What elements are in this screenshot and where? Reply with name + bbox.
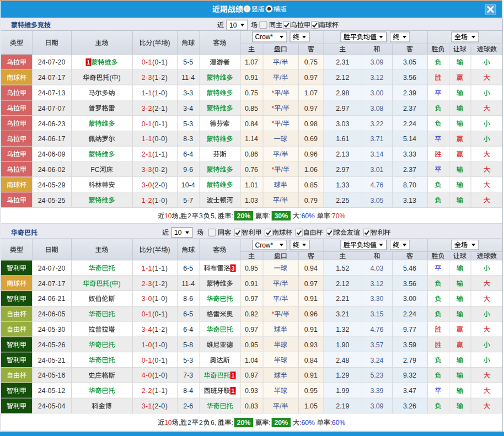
svg-text:0.95: 0.95: [245, 265, 258, 272]
svg-text:/: /: [280, 402, 282, 410]
svg-text::: :: [269, 419, 270, 427]
svg-text::: :: [269, 212, 270, 220]
svg-text:3.01: 3.01: [370, 166, 383, 174]
svg-text:6-5: 6-5: [183, 310, 193, 318]
svg-text:/: /: [281, 120, 283, 127]
svg-text:24-05-04: 24-05-04: [38, 402, 66, 410]
svg-text:(1-1): (1-1): [152, 387, 168, 395]
svg-text:/: /: [280, 196, 282, 204]
svg-text:(2-0): (2-0): [152, 402, 168, 410]
svg-text:2.24: 2.24: [403, 120, 416, 128]
svg-text:0.92: 0.92: [245, 310, 258, 318]
svg-text:20%: 20%: [237, 419, 250, 427]
svg-text:24-07-07: 24-07-07: [38, 105, 66, 112]
svg-text:30%: 30%: [274, 212, 288, 220]
svg-text:0.97: 0.97: [245, 295, 258, 303]
svg-text:6-4: 6-4: [183, 326, 193, 333]
svg-text:,: ,: [179, 419, 180, 427]
svg-text:0.79: 0.79: [304, 197, 318, 204]
svg-text:0-1: 0-1: [142, 120, 152, 128]
svg-text:24-07-13: 24-07-13: [38, 89, 66, 97]
svg-text:6-4: 6-4: [183, 150, 193, 158]
svg-text:2.37: 2.37: [403, 105, 416, 112]
svg-text:10: 10: [164, 419, 172, 427]
svg-text:0.91: 0.91: [304, 295, 318, 303]
svg-text:2: 2: [199, 419, 203, 427]
svg-text:2.48: 2.48: [336, 357, 349, 364]
svg-text:5-3: 5-3: [183, 120, 193, 128]
svg-text:6,: 6,: [211, 419, 216, 427]
svg-text:0.75: 0.75: [304, 58, 318, 66]
svg-text:24-06-21: 24-06-21: [38, 295, 66, 303]
svg-text:(1-2): (1-2): [152, 74, 168, 82]
svg-text:0.84: 0.84: [245, 120, 258, 128]
svg-text:3.33: 3.33: [403, 150, 416, 158]
svg-text:0.97: 0.97: [304, 105, 318, 112]
svg-text:3.13: 3.13: [403, 197, 416, 204]
svg-text:3.71: 3.71: [370, 135, 383, 143]
svg-text:0.93: 0.93: [304, 341, 318, 349]
svg-text:3-4: 3-4: [142, 326, 152, 333]
svg-text:3.57: 3.57: [370, 341, 383, 349]
svg-text:3.22: 3.22: [370, 120, 383, 128]
svg-text:(1-0): (1-0): [152, 295, 168, 303]
svg-text:6-5: 6-5: [183, 265, 193, 272]
svg-text:1-2: 1-2: [142, 197, 152, 204]
svg-text:8-4: 8-4: [183, 387, 193, 395]
svg-text:3.21: 3.21: [336, 310, 349, 318]
svg-text:24-07-20: 24-07-20: [38, 265, 66, 272]
svg-text:0.95: 0.95: [304, 387, 318, 395]
svg-text:1.07: 1.07: [245, 58, 258, 66]
svg-text:*: *: [272, 310, 275, 318]
svg-text:2.12: 2.12: [336, 280, 349, 288]
svg-text:8-6: 8-6: [183, 295, 193, 303]
svg-text:3-4: 3-4: [183, 105, 193, 112]
svg-text:3.30: 3.30: [370, 295, 383, 303]
svg-text:1-1: 1-1: [142, 265, 152, 272]
svg-text:1.99: 1.99: [336, 387, 349, 395]
svg-text:3.15: 3.15: [370, 310, 383, 318]
svg-text:*: *: [272, 120, 275, 127]
svg-text:1-1: 1-1: [142, 89, 152, 97]
svg-text:10: 10: [164, 212, 172, 220]
svg-text:24-07-17: 24-07-17: [38, 74, 66, 82]
svg-text:/: /: [280, 74, 282, 82]
svg-text:3.47: 3.47: [403, 387, 416, 395]
svg-text:2: 2: [187, 419, 191, 427]
svg-text:11-4: 11-4: [181, 280, 195, 288]
svg-text:1.61: 1.61: [336, 135, 349, 143]
svg-text:4.76: 4.76: [370, 326, 383, 333]
svg-text:1.33: 1.33: [336, 181, 349, 189]
svg-text:24-06-09: 24-06-09: [38, 150, 66, 158]
svg-text:0.97: 0.97: [304, 74, 318, 82]
svg-text:2.19: 2.19: [336, 402, 349, 410]
svg-text:2-2: 2-2: [142, 387, 152, 395]
svg-text:9-6: 9-6: [183, 166, 193, 174]
svg-text:5-7: 5-7: [183, 197, 193, 204]
svg-text:2.12: 2.12: [336, 74, 349, 82]
svg-text:1: 1: [232, 387, 235, 394]
svg-text:24-06-23: 24-06-23: [38, 120, 66, 128]
svg-text:2-3: 2-3: [142, 280, 152, 288]
svg-text:(1-2): (1-2): [152, 326, 168, 333]
svg-text:0.97: 0.97: [245, 326, 258, 333]
svg-text:0.96: 0.96: [304, 150, 318, 158]
svg-text:24-07-20: 24-07-20: [38, 58, 66, 66]
svg-text:2.79: 2.79: [403, 357, 416, 364]
svg-text:3.39: 3.39: [370, 387, 383, 395]
svg-text:*: *: [272, 105, 275, 112]
svg-text:8-3: 8-3: [183, 135, 193, 143]
svg-text:0-1: 0-1: [142, 58, 152, 66]
svg-text:2.13: 2.13: [336, 150, 349, 158]
svg-text:10: 10: [229, 21, 237, 29]
svg-text:2-1: 2-1: [142, 150, 152, 158]
svg-text:/: /: [280, 295, 282, 303]
svg-text:24-06-02: 24-06-02: [38, 166, 66, 174]
svg-text:8.70: 8.70: [403, 181, 416, 189]
svg-text:(1-2): (1-2): [152, 280, 168, 288]
svg-text:3.56: 3.56: [403, 74, 416, 82]
svg-text:0.83: 0.83: [245, 402, 258, 410]
svg-text:2.24: 2.24: [403, 310, 416, 318]
svg-text:1.01: 1.01: [245, 181, 258, 189]
svg-text:10-4: 10-4: [181, 181, 195, 189]
